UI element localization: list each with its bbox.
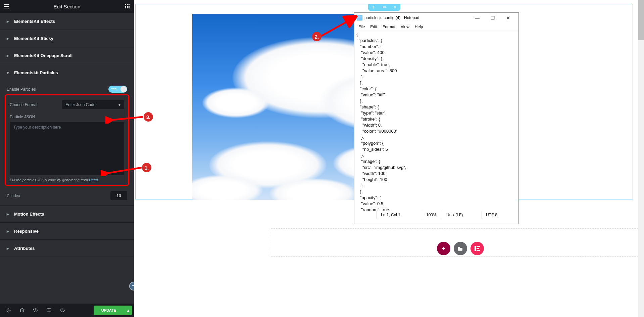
section-label: Responsive bbox=[14, 229, 39, 234]
update-button[interactable]: UPDATE bbox=[94, 306, 124, 315]
svg-point-13 bbox=[384, 6, 385, 7]
caret-right-icon: ▸ bbox=[7, 212, 10, 217]
svg-rect-10 bbox=[47, 309, 51, 311]
section-label: Elementskit Particles bbox=[14, 70, 58, 75]
preview-icon[interactable] bbox=[56, 304, 69, 317]
status-position: Ln 1, Col 1 bbox=[377, 211, 422, 219]
menu-view[interactable]: View bbox=[398, 24, 412, 30]
folder-fab[interactable] bbox=[454, 242, 467, 255]
edit-section-icon[interactable] bbox=[379, 4, 390, 11]
status-zoom: 100% bbox=[422, 211, 442, 219]
svg-rect-6 bbox=[125, 7, 126, 8]
svg-rect-2 bbox=[129, 4, 130, 5]
arrow-2 bbox=[319, 15, 358, 38]
notepad-window: particlesjs-config (4) - Notepad — ☐ ✕ F… bbox=[354, 12, 519, 224]
here-link[interactable]: Here! bbox=[89, 178, 98, 182]
section-attributes[interactable]: ▸Attributes bbox=[0, 240, 134, 257]
sidebar-header: Edit Section bbox=[0, 0, 134, 13]
arrow-1 bbox=[101, 163, 144, 176]
history-icon[interactable] bbox=[29, 304, 42, 317]
callout-1: 1. bbox=[142, 163, 151, 172]
section-motion[interactable]: ▸Motion Effects bbox=[0, 206, 134, 222]
svg-rect-21 bbox=[477, 250, 480, 251]
section-sticky[interactable]: ▸ElementsKit Sticky bbox=[0, 30, 134, 47]
callout-2: 2. bbox=[312, 32, 321, 41]
choose-format-select[interactable]: Enter Json Code ▾ bbox=[62, 100, 124, 109]
notepad-statusbar: Ln 1, Col 1 100% Unix (LF) UTF-8 bbox=[354, 211, 518, 219]
notepad-titlebar[interactable]: particlesjs-config (4) - Notepad — ☐ ✕ bbox=[354, 13, 518, 23]
notepad-textarea[interactable]: { "particles": { "number": { "value": 40… bbox=[354, 31, 518, 211]
enable-particles-label: Enable Particles bbox=[7, 87, 36, 92]
notepad-menu: File Edit Format View Help bbox=[354, 23, 518, 31]
caret-down-icon: ▾ bbox=[118, 102, 120, 107]
section-onepage[interactable]: ▸ElementsKit Onepage Scroll bbox=[0, 47, 134, 64]
section-responsive[interactable]: ▸Responsive bbox=[0, 223, 134, 239]
sidebar-title: Edit Section bbox=[13, 4, 121, 9]
svg-rect-8 bbox=[129, 7, 130, 8]
page-scrollbar[interactable] bbox=[638, 0, 644, 317]
caret-right-icon: ▸ bbox=[7, 36, 10, 41]
section-label: ElementsKit Sticky bbox=[14, 36, 53, 41]
section-label: Attributes bbox=[14, 246, 35, 251]
scrollbar-thumb[interactable] bbox=[638, 0, 644, 40]
arrow-3 bbox=[105, 112, 145, 124]
add-section-icon[interactable]: + bbox=[368, 4, 379, 11]
svg-rect-4 bbox=[127, 6, 128, 7]
svg-rect-3 bbox=[125, 6, 126, 7]
particle-json-label: Particle JSON bbox=[10, 115, 35, 119]
particles-content: Enable Particles YES Choose Format Enter… bbox=[0, 86, 134, 205]
update-caret[interactable]: ▴ bbox=[124, 306, 132, 315]
elementskit-fab[interactable] bbox=[470, 242, 484, 255]
enable-particles-toggle[interactable]: YES bbox=[108, 86, 127, 93]
menu-help[interactable]: Help bbox=[412, 24, 426, 30]
sidebar-body: ▸ElementsKit Effects ▸ElementsKit Sticky… bbox=[0, 13, 134, 304]
zindex-input[interactable] bbox=[110, 191, 127, 200]
svg-rect-20 bbox=[477, 248, 479, 249]
section-controls: + ✕ bbox=[368, 4, 400, 11]
svg-rect-5 bbox=[129, 6, 130, 7]
responsive-icon[interactable] bbox=[42, 304, 56, 317]
minimize-icon[interactable]: — bbox=[469, 13, 485, 22]
apps-grid-icon[interactable] bbox=[121, 0, 134, 13]
menu-edit[interactable]: Edit bbox=[367, 24, 380, 30]
settings-icon[interactable] bbox=[2, 304, 15, 317]
navigator-icon[interactable] bbox=[15, 304, 29, 317]
helper-text: Put the particles JSON code by generatin… bbox=[10, 178, 124, 182]
svg-point-11 bbox=[62, 310, 63, 311]
caret-right-icon: ▸ bbox=[7, 53, 10, 58]
select-value: Enter Json Code bbox=[65, 102, 95, 107]
svg-point-12 bbox=[383, 6, 384, 7]
svg-rect-18 bbox=[475, 246, 476, 251]
callout-3: 3. bbox=[144, 112, 153, 122]
section-effects[interactable]: ▸ElementsKit Effects bbox=[0, 13, 134, 30]
fab-row: + bbox=[437, 242, 484, 255]
caret-right-icon: ▸ bbox=[7, 229, 10, 234]
add-widget-fab[interactable]: + bbox=[437, 242, 450, 255]
svg-point-16 bbox=[384, 7, 385, 8]
close-icon[interactable]: ✕ bbox=[500, 13, 516, 22]
hamburger-icon[interactable] bbox=[0, 0, 13, 13]
notepad-title-text: particlesjs-config (4) - Notepad bbox=[364, 15, 419, 20]
assistant-avatar-icon[interactable] bbox=[129, 282, 134, 290]
choose-format-label: Choose Format bbox=[10, 102, 38, 107]
caret-right-icon: ▸ bbox=[7, 246, 10, 251]
section-label: ElementsKit Onepage Scroll bbox=[14, 53, 72, 58]
svg-rect-0 bbox=[125, 4, 126, 5]
maximize-icon[interactable]: ☐ bbox=[485, 13, 500, 22]
section-label: ElementsKit Effects bbox=[14, 19, 55, 24]
svg-rect-7 bbox=[127, 7, 128, 8]
menu-format[interactable]: Format bbox=[380, 24, 398, 30]
svg-point-15 bbox=[383, 7, 384, 8]
status-encoding: UTF-8 bbox=[482, 211, 518, 219]
svg-point-14 bbox=[385, 6, 386, 7]
sidebar-footer: UPDATE ▴ bbox=[0, 304, 134, 317]
section-particles[interactable]: ▾Elementskit Particles bbox=[0, 64, 134, 81]
section-label: Motion Effects bbox=[14, 212, 44, 217]
status-eol: Unix (LF) bbox=[442, 211, 482, 219]
elementor-sidebar: Edit Section ▸ElementsKit Effects ▸Eleme… bbox=[0, 0, 134, 317]
close-section-icon[interactable]: ✕ bbox=[390, 4, 400, 11]
svg-rect-1 bbox=[127, 4, 128, 5]
toggle-yes-label: YES bbox=[111, 88, 116, 91]
svg-point-17 bbox=[385, 7, 386, 8]
toggle-knob bbox=[120, 86, 127, 92]
